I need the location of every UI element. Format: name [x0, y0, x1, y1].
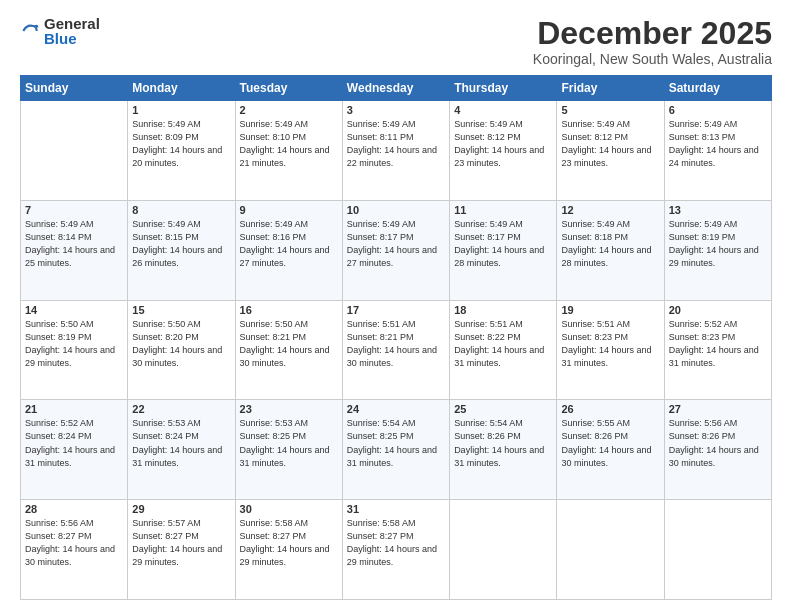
day-info: Sunrise: 5:49 AMSunset: 8:12 PMDaylight:… [561, 118, 659, 170]
logo-icon [20, 21, 40, 41]
day-info: Sunrise: 5:49 AMSunset: 8:18 PMDaylight:… [561, 218, 659, 270]
day-number: 26 [561, 403, 659, 415]
day-info: Sunrise: 5:50 AMSunset: 8:21 PMDaylight:… [240, 318, 338, 370]
day-info: Sunrise: 5:58 AMSunset: 8:27 PMDaylight:… [347, 517, 445, 569]
day-info: Sunrise: 5:56 AMSunset: 8:26 PMDaylight:… [669, 417, 767, 469]
header-row: Sunday Monday Tuesday Wednesday Thursday… [21, 76, 772, 101]
logo: General Blue [20, 16, 100, 46]
col-saturday: Saturday [664, 76, 771, 101]
day-number: 9 [240, 204, 338, 216]
day-number: 27 [669, 403, 767, 415]
day-info: Sunrise: 5:49 AMSunset: 8:09 PMDaylight:… [132, 118, 230, 170]
day-info: Sunrise: 5:49 AMSunset: 8:16 PMDaylight:… [240, 218, 338, 270]
day-info: Sunrise: 5:51 AMSunset: 8:23 PMDaylight:… [561, 318, 659, 370]
day-info: Sunrise: 5:50 AMSunset: 8:19 PMDaylight:… [25, 318, 123, 370]
calendar-cell: 11Sunrise: 5:49 AMSunset: 8:17 PMDayligh… [450, 200, 557, 300]
calendar-cell: 6Sunrise: 5:49 AMSunset: 8:13 PMDaylight… [664, 101, 771, 201]
calendar-cell: 13Sunrise: 5:49 AMSunset: 8:19 PMDayligh… [664, 200, 771, 300]
calendar-cell [21, 101, 128, 201]
calendar-cell: 27Sunrise: 5:56 AMSunset: 8:26 PMDayligh… [664, 400, 771, 500]
day-number: 31 [347, 503, 445, 515]
day-number: 10 [347, 204, 445, 216]
day-info: Sunrise: 5:54 AMSunset: 8:25 PMDaylight:… [347, 417, 445, 469]
month-title: December 2025 [533, 16, 772, 51]
col-sunday: Sunday [21, 76, 128, 101]
week-row-3: 14Sunrise: 5:50 AMSunset: 8:19 PMDayligh… [21, 300, 772, 400]
day-info: Sunrise: 5:49 AMSunset: 8:15 PMDaylight:… [132, 218, 230, 270]
calendar-cell: 24Sunrise: 5:54 AMSunset: 8:25 PMDayligh… [342, 400, 449, 500]
logo-text: General Blue [44, 16, 100, 46]
day-number: 4 [454, 104, 552, 116]
calendar-cell: 8Sunrise: 5:49 AMSunset: 8:15 PMDaylight… [128, 200, 235, 300]
calendar-cell [557, 500, 664, 600]
calendar-cell: 22Sunrise: 5:53 AMSunset: 8:24 PMDayligh… [128, 400, 235, 500]
day-number: 16 [240, 304, 338, 316]
calendar-cell: 14Sunrise: 5:50 AMSunset: 8:19 PMDayligh… [21, 300, 128, 400]
day-info: Sunrise: 5:49 AMSunset: 8:13 PMDaylight:… [669, 118, 767, 170]
day-number: 24 [347, 403, 445, 415]
day-number: 15 [132, 304, 230, 316]
day-info: Sunrise: 5:54 AMSunset: 8:26 PMDaylight:… [454, 417, 552, 469]
calendar-cell: 30Sunrise: 5:58 AMSunset: 8:27 PMDayligh… [235, 500, 342, 600]
day-info: Sunrise: 5:49 AMSunset: 8:10 PMDaylight:… [240, 118, 338, 170]
calendar-cell: 21Sunrise: 5:52 AMSunset: 8:24 PMDayligh… [21, 400, 128, 500]
day-info: Sunrise: 5:52 AMSunset: 8:23 PMDaylight:… [669, 318, 767, 370]
calendar-cell [450, 500, 557, 600]
calendar-cell: 10Sunrise: 5:49 AMSunset: 8:17 PMDayligh… [342, 200, 449, 300]
day-info: Sunrise: 5:51 AMSunset: 8:22 PMDaylight:… [454, 318, 552, 370]
calendar-cell: 12Sunrise: 5:49 AMSunset: 8:18 PMDayligh… [557, 200, 664, 300]
day-number: 11 [454, 204, 552, 216]
day-info: Sunrise: 5:49 AMSunset: 8:17 PMDaylight:… [454, 218, 552, 270]
day-number: 30 [240, 503, 338, 515]
calendar-cell: 19Sunrise: 5:51 AMSunset: 8:23 PMDayligh… [557, 300, 664, 400]
day-number: 25 [454, 403, 552, 415]
logo-general: General [44, 16, 100, 31]
day-info: Sunrise: 5:49 AMSunset: 8:19 PMDaylight:… [669, 218, 767, 270]
calendar-cell: 2Sunrise: 5:49 AMSunset: 8:10 PMDaylight… [235, 101, 342, 201]
calendar-cell: 28Sunrise: 5:56 AMSunset: 8:27 PMDayligh… [21, 500, 128, 600]
week-row-4: 21Sunrise: 5:52 AMSunset: 8:24 PMDayligh… [21, 400, 772, 500]
calendar-cell: 1Sunrise: 5:49 AMSunset: 8:09 PMDaylight… [128, 101, 235, 201]
calendar-table: Sunday Monday Tuesday Wednesday Thursday… [20, 75, 772, 600]
day-number: 6 [669, 104, 767, 116]
calendar-cell: 31Sunrise: 5:58 AMSunset: 8:27 PMDayligh… [342, 500, 449, 600]
title-block: December 2025 Kooringal, New South Wales… [533, 16, 772, 67]
col-thursday: Thursday [450, 76, 557, 101]
day-number: 7 [25, 204, 123, 216]
location-subtitle: Kooringal, New South Wales, Australia [533, 51, 772, 67]
day-info: Sunrise: 5:56 AMSunset: 8:27 PMDaylight:… [25, 517, 123, 569]
day-number: 2 [240, 104, 338, 116]
calendar-cell: 3Sunrise: 5:49 AMSunset: 8:11 PMDaylight… [342, 101, 449, 201]
day-info: Sunrise: 5:53 AMSunset: 8:24 PMDaylight:… [132, 417, 230, 469]
calendar-cell: 20Sunrise: 5:52 AMSunset: 8:23 PMDayligh… [664, 300, 771, 400]
header: General Blue December 2025 Kooringal, Ne… [20, 16, 772, 67]
page: General Blue December 2025 Kooringal, Ne… [0, 0, 792, 612]
day-number: 12 [561, 204, 659, 216]
calendar-cell [664, 500, 771, 600]
day-number: 29 [132, 503, 230, 515]
day-number: 23 [240, 403, 338, 415]
col-friday: Friday [557, 76, 664, 101]
col-monday: Monday [128, 76, 235, 101]
calendar-cell: 17Sunrise: 5:51 AMSunset: 8:21 PMDayligh… [342, 300, 449, 400]
day-number: 14 [25, 304, 123, 316]
calendar-cell: 26Sunrise: 5:55 AMSunset: 8:26 PMDayligh… [557, 400, 664, 500]
day-number: 13 [669, 204, 767, 216]
day-info: Sunrise: 5:49 AMSunset: 8:12 PMDaylight:… [454, 118, 552, 170]
week-row-5: 28Sunrise: 5:56 AMSunset: 8:27 PMDayligh… [21, 500, 772, 600]
day-info: Sunrise: 5:51 AMSunset: 8:21 PMDaylight:… [347, 318, 445, 370]
day-info: Sunrise: 5:49 AMSunset: 8:11 PMDaylight:… [347, 118, 445, 170]
day-number: 20 [669, 304, 767, 316]
day-info: Sunrise: 5:50 AMSunset: 8:20 PMDaylight:… [132, 318, 230, 370]
calendar-cell: 29Sunrise: 5:57 AMSunset: 8:27 PMDayligh… [128, 500, 235, 600]
day-number: 19 [561, 304, 659, 316]
col-tuesday: Tuesday [235, 76, 342, 101]
day-number: 1 [132, 104, 230, 116]
day-info: Sunrise: 5:49 AMSunset: 8:17 PMDaylight:… [347, 218, 445, 270]
day-number: 3 [347, 104, 445, 116]
col-wednesday: Wednesday [342, 76, 449, 101]
calendar-cell: 16Sunrise: 5:50 AMSunset: 8:21 PMDayligh… [235, 300, 342, 400]
calendar-cell: 4Sunrise: 5:49 AMSunset: 8:12 PMDaylight… [450, 101, 557, 201]
calendar-cell: 7Sunrise: 5:49 AMSunset: 8:14 PMDaylight… [21, 200, 128, 300]
day-number: 28 [25, 503, 123, 515]
